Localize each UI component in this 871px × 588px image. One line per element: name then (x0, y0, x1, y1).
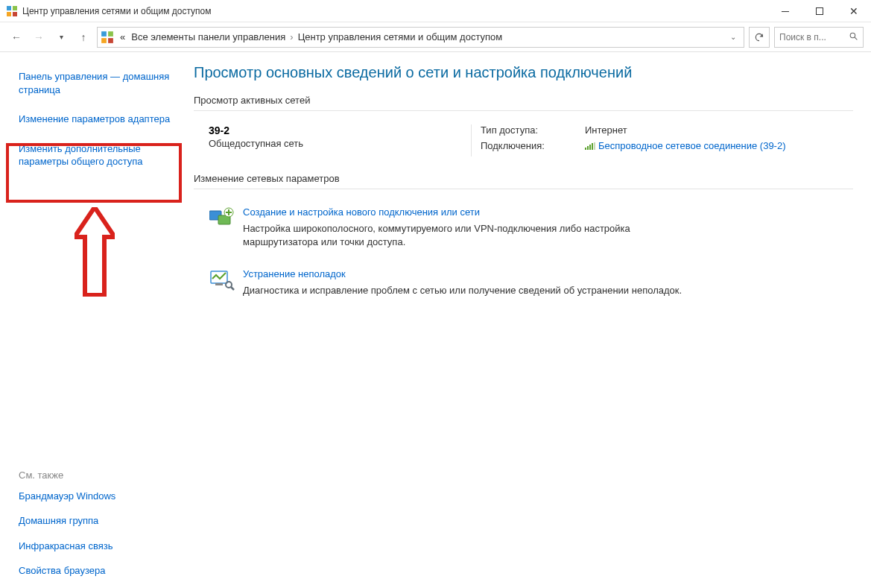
window-controls: ─ ✕ (768, 0, 871, 22)
divider (471, 124, 472, 157)
see-also-infrared[interactable]: Инфракрасная связь (19, 537, 115, 556)
sidebar-advanced-link[interactable]: Изменить дополнительные параметры общего… (19, 139, 179, 171)
svg-rect-15 (594, 142, 595, 150)
see-also-label: См. также (19, 470, 115, 481)
svg-rect-1 (13, 6, 17, 10)
task-new-connection: Создание и настройка нового подключения … (194, 200, 853, 262)
minimize-button[interactable]: ─ (768, 0, 802, 22)
svg-rect-4 (817, 7, 823, 14)
sidebar: Панель управления — домашняя страница Из… (0, 52, 186, 588)
task-troubleshoot-desc: Диагностика и исправление проблем с сеть… (243, 284, 682, 297)
task-troubleshoot: Устранение неполадок Диагностика и испра… (194, 262, 853, 309)
wifi-signal-icon (585, 141, 595, 152)
network-type: Общедоступная сеть (209, 138, 462, 149)
breadcrumb-separator: › (288, 31, 294, 42)
svg-rect-11 (585, 148, 586, 150)
active-networks-label: Просмотр активных сетей (194, 95, 853, 111)
svg-rect-12 (587, 146, 589, 150)
connection-link[interactable]: Беспроводное сетевое соединение (39-2) (585, 140, 786, 151)
svg-point-23 (226, 282, 232, 288)
connection-link-text: Беспроводное сетевое соединение (39-2) (598, 140, 786, 151)
see-also-section: См. также Брандмауэр Windows Домашняя гр… (19, 470, 115, 581)
breadcrumb-prefix[interactable]: « (117, 31, 128, 42)
forward-button[interactable]: → (30, 28, 48, 46)
access-type-label: Тип доступа: (481, 124, 585, 136)
svg-rect-2 (7, 12, 11, 16)
page-title: Просмотр основных сведений о сети и наст… (194, 64, 853, 81)
breadcrumb-item-network[interactable]: Центр управления сетями и общим доступом (295, 31, 506, 42)
access-type-value: Интернет (585, 124, 627, 136)
troubleshoot-icon (209, 266, 235, 293)
svg-rect-8 (108, 38, 113, 43)
window-icon (6, 5, 18, 17)
search-box[interactable] (774, 27, 864, 48)
svg-rect-6 (108, 31, 113, 37)
window-title: Центр управления сетями и общим доступом (22, 6, 212, 16)
change-settings-label: Изменение сетевых параметров (194, 173, 853, 189)
back-button[interactable]: ← (7, 28, 25, 46)
svg-rect-0 (7, 6, 11, 10)
close-button[interactable]: ✕ (837, 0, 871, 22)
svg-rect-14 (592, 143, 593, 150)
connections-label: Подключения: (481, 140, 585, 152)
svg-line-10 (855, 37, 857, 39)
svg-line-24 (231, 287, 234, 290)
see-also-homegroup[interactable]: Домашняя группа (19, 511, 115, 531)
titlebar: Центр управления сетями и общим доступом… (0, 0, 871, 22)
maximize-button[interactable] (802, 0, 837, 22)
search-icon[interactable] (849, 31, 858, 43)
address-dropdown-icon[interactable]: ⌄ (726, 33, 741, 41)
active-network-row: 39-2 Общедоступная сеть Тип доступа: Инт… (194, 121, 853, 173)
address-bar[interactable]: « Все элементы панели управления › Центр… (97, 27, 744, 48)
refresh-button[interactable] (749, 27, 770, 48)
svg-rect-22 (215, 283, 223, 285)
svg-rect-3 (13, 12, 17, 16)
task-new-connection-desc: Настройка широкополосного, коммутируемог… (243, 222, 705, 249)
control-panel-icon (101, 31, 114, 44)
breadcrumb-item-all[interactable]: Все элементы панели управления (128, 31, 288, 42)
network-name: 39-2 (209, 124, 462, 136)
new-connection-icon (209, 204, 235, 231)
history-dropdown[interactable]: ▾ (52, 28, 70, 46)
main-content: Просмотр основных сведений о сети и наст… (186, 52, 871, 588)
svg-rect-13 (589, 145, 591, 150)
see-also-browser[interactable]: Свойства браузера (19, 561, 115, 581)
svg-rect-7 (101, 38, 107, 43)
up-button[interactable]: ↑ (75, 28, 92, 46)
svg-point-9 (850, 33, 855, 38)
toolbar: ← → ▾ ↑ « Все элементы панели управления… (0, 22, 871, 52)
task-troubleshoot-link[interactable]: Устранение неполадок (243, 268, 346, 279)
highlight-arrow (75, 207, 115, 297)
see-also-firewall[interactable]: Брандмауэр Windows (19, 487, 115, 506)
task-new-connection-link[interactable]: Создание и настройка нового подключения … (243, 206, 480, 218)
sidebar-home-link[interactable]: Панель управления — домашняя страница (19, 67, 179, 99)
search-input[interactable] (779, 32, 839, 42)
svg-rect-5 (101, 31, 107, 37)
sidebar-adapter-link[interactable]: Изменение параметров адаптера (19, 110, 179, 129)
